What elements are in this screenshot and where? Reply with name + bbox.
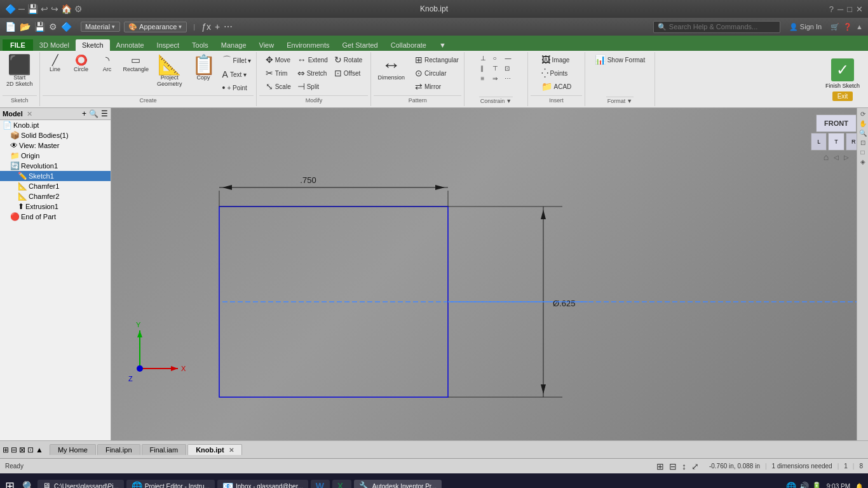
help-icon[interactable]: ? [829, 4, 834, 14]
clock[interactable]: 9:03 PM [827, 483, 850, 489]
viewcube-top[interactable]: T [828, 133, 844, 151]
tree-item-revolution1[interactable]: 🔄 Revolution1 [0, 161, 111, 171]
minimize-icon[interactable]: ─ [18, 4, 25, 14]
redo-icon[interactable]: ↪ [51, 4, 58, 14]
tab-file[interactable]: FILE [3, 39, 33, 51]
more-icon[interactable]: ⋯ [224, 22, 233, 32]
home-icon[interactable]: 🏠 [61, 4, 72, 14]
image-button[interactable]: 🖼 Image [539, 53, 574, 66]
point-button[interactable]: • + Point [220, 81, 254, 94]
tree-item-origin[interactable]: 📁 Origin [0, 151, 111, 161]
project-geometry-button[interactable]: 📐 ProjectGeometry [153, 53, 186, 89]
trim-button[interactable]: ✂ Trim [263, 67, 294, 79]
volume-icon[interactable]: 🔊 [799, 482, 809, 489]
copy-button[interactable]: 📋 Copy [188, 53, 219, 83]
tab-inspect[interactable]: Inspect [151, 39, 186, 51]
tree-item-chamfer2[interactable]: 📐 Chamfer2 [0, 191, 111, 201]
offset-button[interactable]: ⊡ Offset [332, 67, 365, 79]
tree-item-extrusion1[interactable]: ⬆ Extrusion1 [0, 201, 111, 212]
line-button[interactable]: ╱ Line [43, 53, 68, 74]
taskbar-item-inventor[interactable]: 🔧 Autodesk Inventor Pr... [354, 480, 442, 488]
window-close-icon[interactable]: ✕ [856, 4, 863, 14]
nav-orbit-icon[interactable]: ⟳ [860, 111, 865, 118]
tree-item-end-of-part[interactable]: 🔴 End of Part [0, 212, 111, 222]
constrain-btn3[interactable]: ≡ [478, 74, 489, 83]
panel-search-icon[interactable]: 🔍 [89, 109, 98, 118]
battery-icon[interactable]: 🔋 [811, 482, 822, 489]
rotate-button[interactable]: ↻ Rotate [332, 53, 365, 66]
points-button[interactable]: ⁛ Points [539, 67, 574, 79]
start-2d-sketch-button[interactable]: ⬛ Start2D Sketch [3, 53, 37, 89]
mirror-button[interactable]: ⇄ Mirror [412, 80, 461, 93]
view-icon-expand[interactable]: ▲ [36, 445, 43, 454]
text-button[interactable]: A Text ▾ [220, 68, 254, 81]
formula-icon[interactable]: ƒx [201, 22, 211, 32]
search-input[interactable] [669, 23, 771, 30]
new-icon[interactable]: 📄 [5, 22, 16, 32]
tab-environments[interactable]: Environments [280, 39, 336, 51]
circle-button[interactable]: ⭕ Circle [69, 53, 94, 74]
undo-icon[interactable]: ↩ [41, 4, 48, 14]
viewcube-home-icon[interactable]: ⌂ [824, 152, 829, 162]
start-button[interactable]: ⊞ [5, 479, 15, 488]
split-button[interactable]: ⊣ Split [295, 80, 330, 93]
status-icon-3[interactable]: ↕ [682, 461, 686, 471]
tab-final-ipn[interactable]: Final.ipn [97, 444, 140, 455]
tab-knob-ipt[interactable]: Knob.ipt ✕ [187, 444, 242, 455]
viewcube[interactable]: FRONT L T R ⌂ ◁ ▷ [811, 114, 862, 165]
appearance-dropdown[interactable]: 🎨 Appearance ▼ [124, 22, 187, 32]
view-icon-1[interactable]: ⊞ [3, 445, 9, 454]
tab-final-iam[interactable]: Final.iam [142, 444, 187, 455]
tree-item-sketch1[interactable]: ✏️ Sketch1 [0, 171, 111, 181]
status-icon-1[interactable]: ⊞ [656, 461, 664, 471]
viewcube-arrow-right[interactable]: ▷ [844, 154, 849, 161]
constrain-btn1[interactable]: ⊥ [478, 53, 489, 63]
tab-3dmodel[interactable]: 3D Model [33, 39, 76, 51]
model-tab[interactable]: Model [3, 110, 23, 118]
tab-annotate[interactable]: Annotate [110, 39, 151, 51]
nav-fit-icon[interactable]: ⊡ [860, 139, 865, 146]
tree-item-chamfer1[interactable]: 📐 Chamfer1 [0, 181, 111, 191]
canvas-area[interactable]: Ø.625 .750 X Y Z [111, 108, 868, 440]
constrain-btn8[interactable]: ⊡ [502, 64, 513, 73]
taskbar-item-projecteditor[interactable]: 🌐 Project Editor - Instru... [126, 480, 215, 488]
panel-menu-icon[interactable]: ☰ [101, 109, 108, 118]
status-icon-4[interactable]: ⤢ [691, 461, 699, 471]
constrain-btn2[interactable]: ∥ [478, 64, 489, 73]
stretch-button[interactable]: ⇔ Stretch [295, 67, 330, 79]
help-ribbon-icon[interactable]: ❓ [843, 23, 852, 31]
nav-stereo-icon[interactable]: ◈ [860, 158, 865, 165]
material-dropdown[interactable]: Material ▼ [81, 22, 120, 32]
constrain-btn7[interactable]: — [502, 53, 513, 63]
taskbar-search-icon[interactable]: 🔍 [22, 480, 35, 489]
settings-icon[interactable]: ⚙ [74, 4, 83, 14]
expand-icon[interactable]: ▲ [856, 23, 863, 30]
constrain-btn9[interactable]: ⋯ [502, 74, 513, 83]
constrain-btn5[interactable]: ⊤ [490, 64, 501, 73]
taskbar-item-excel[interactable]: X [332, 480, 351, 488]
fillet-button[interactable]: ⌒ Fillet ▾ [220, 53, 254, 67]
show-format-button[interactable]: 📊 Show Format [592, 53, 648, 66]
move-button[interactable]: ✥ Move [263, 53, 294, 66]
extend-button[interactable]: ↔ Extend [295, 53, 330, 66]
taskbar-item-explorer[interactable]: 🖥 C:\Users\glassand\Pi... [37, 480, 124, 488]
constrain-group-label[interactable]: Constrain ▼ [479, 97, 513, 105]
notification-icon[interactable]: 🔔 [855, 483, 863, 489]
tab-collaborate[interactable]: Collaborate [384, 39, 433, 51]
ribbon-extra-tab[interactable]: ▼ [435, 39, 450, 51]
window-minimize-icon[interactable]: ─ [837, 4, 843, 14]
format-group-label[interactable]: Format ▼ [606, 97, 634, 105]
tab-view[interactable]: View [253, 39, 281, 51]
view-icon-4[interactable]: ⊡ [27, 445, 34, 454]
nav-zoom-icon[interactable]: 🔍 [859, 130, 867, 137]
tab-getstarted[interactable]: Get Started [336, 39, 384, 51]
finish-sketch-button[interactable]: ✓ Finish Sketch [820, 57, 865, 90]
tree-item-solid-bodies[interactable]: 📦 Solid Bodies(1) [0, 130, 111, 140]
qa-extra-icon[interactable]: 🔷 [61, 22, 72, 32]
arc-button[interactable]: ◝ Arc [95, 53, 120, 74]
nav-pan-icon[interactable]: ✋ [859, 120, 867, 127]
rectangular-button[interactable]: ⊞ Rectangular [412, 53, 461, 66]
tab-my-home[interactable]: My Home [50, 444, 96, 455]
tab-knob-close-icon[interactable]: ✕ [229, 447, 234, 454]
panel-add-icon[interactable]: + [82, 109, 86, 118]
